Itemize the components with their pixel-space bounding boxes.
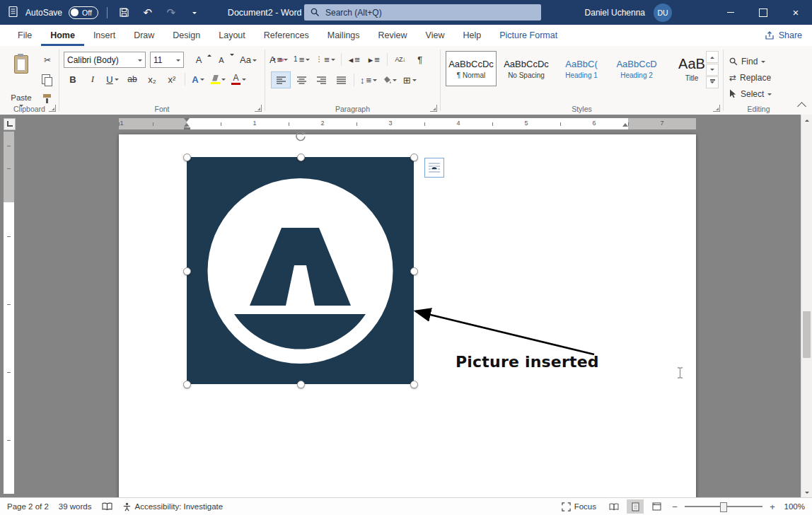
left-indent-marker[interactable]: [184, 127, 190, 129]
align-left-button[interactable]: [271, 71, 291, 88]
resize-handle-ne[interactable]: [410, 154, 418, 161]
cut-button[interactable]: ✂: [38, 52, 57, 68]
tab-draw[interactable]: Draw: [124, 25, 163, 46]
maximize-button[interactable]: [747, 0, 779, 25]
accessibility-status[interactable]: Accessibility: Investigate: [117, 498, 228, 515]
vertical-scrollbar[interactable]: [801, 115, 812, 498]
proofing-status[interactable]: [97, 498, 117, 515]
clipboard-dialog-launcher[interactable]: [49, 105, 56, 112]
scroll-down-button[interactable]: [801, 487, 812, 498]
close-button[interactable]: ×: [779, 0, 812, 25]
resize-handle-se[interactable]: [410, 381, 418, 388]
copy-button[interactable]: [38, 71, 57, 87]
layout-options-button[interactable]: [424, 158, 444, 178]
user-name[interactable]: Daniel Uchenna: [585, 8, 645, 18]
style-card-no-spacing[interactable]: AaBbCcDc No Spacing: [501, 51, 552, 86]
share-button[interactable]: Share: [765, 25, 802, 46]
shrink-font-button[interactable]: A: [212, 52, 231, 68]
right-indent-marker[interactable]: [622, 120, 628, 127]
styles-dialog-launcher[interactable]: [713, 105, 720, 112]
paragraph-dialog-launcher[interactable]: [430, 105, 437, 112]
font-size-combobox[interactable]: 11: [150, 52, 184, 68]
bold-button[interactable]: B: [64, 71, 82, 87]
tab-help[interactable]: Help: [453, 25, 490, 46]
font-family-combobox[interactable]: Calibri (Body): [64, 52, 146, 68]
text-effects-button[interactable]: A: [189, 71, 207, 87]
style-card-heading-1[interactable]: AaBbC( Heading 1: [556, 51, 607, 86]
numbering-button[interactable]: 1≡: [291, 52, 312, 67]
tab-view[interactable]: View: [417, 25, 454, 46]
tab-stop-selector[interactable]: [4, 118, 16, 130]
user-avatar[interactable]: DU: [654, 4, 672, 22]
subscript-button[interactable]: x₂: [143, 71, 161, 87]
resize-handle-n[interactable]: [297, 154, 305, 161]
resize-handle-nw[interactable]: [183, 154, 191, 161]
resize-handle-e[interactable]: [410, 267, 418, 275]
scroll-up-button[interactable]: [801, 115, 812, 125]
bullets-button[interactable]: •≡: [271, 52, 290, 67]
page-indicator[interactable]: Page 2 of 2: [0, 498, 54, 515]
zoom-level[interactable]: 100%: [782, 502, 805, 511]
autosave-toggle[interactable]: Off: [69, 6, 98, 19]
vertical-ruler[interactable]: [4, 132, 14, 494]
focus-mode-button[interactable]: Focus: [557, 498, 601, 515]
collapse-ribbon-button[interactable]: [797, 102, 806, 111]
line-spacing-button[interactable]: ↕≡: [358, 72, 379, 88]
sort-button[interactable]: AZ↓: [391, 52, 410, 67]
show-hide-paragraph-button[interactable]: ¶: [411, 52, 429, 67]
rotate-handle[interactable]: [294, 130, 307, 143]
format-painter-button[interactable]: [38, 91, 57, 106]
change-case-button[interactable]: Aa: [238, 52, 259, 68]
borders-button[interactable]: ⊞: [400, 72, 419, 88]
zoom-slider-thumb[interactable]: [720, 502, 727, 512]
scrollbar-thumb[interactable]: [803, 311, 811, 358]
tab-references[interactable]: References: [255, 25, 318, 46]
inserted-picture[interactable]: [187, 157, 414, 384]
shading-button[interactable]: [381, 72, 399, 88]
resize-handle-s[interactable]: [297, 381, 305, 388]
tab-file[interactable]: File: [8, 25, 41, 46]
strikethrough-button[interactable]: ab: [123, 71, 141, 87]
read-mode-button[interactable]: [605, 499, 622, 514]
undo-button[interactable]: ↶: [139, 4, 156, 22]
align-center-button[interactable]: [292, 72, 311, 88]
style-card-heading-2[interactable]: AaBbCcD Heading 2: [611, 51, 662, 86]
italic-button[interactable]: I: [83, 71, 102, 87]
tab-layout[interactable]: Layout: [209, 25, 255, 46]
zoom-out-button[interactable]: −: [669, 499, 680, 514]
tab-picture-format[interactable]: Picture Format: [490, 25, 567, 46]
zoom-slider[interactable]: [685, 506, 762, 507]
paste-button[interactable]: Paste: [4, 51, 38, 112]
web-layout-button[interactable]: [648, 499, 665, 514]
tab-mailings[interactable]: Mailings: [318, 25, 369, 46]
font-color-button[interactable]: A: [229, 71, 248, 87]
find-button[interactable]: Find: [729, 54, 765, 69]
tab-insert[interactable]: Insert: [84, 25, 124, 46]
horizontal-ruler[interactable]: 1 1 2 3 4 5 6 7: [119, 118, 696, 129]
search-box[interactable]: [304, 4, 541, 21]
hanging-indent-marker[interactable]: [184, 120, 190, 127]
styles-scroll-down-button[interactable]: [706, 64, 719, 76]
word-count[interactable]: 39 words: [54, 498, 97, 515]
superscript-button[interactable]: x²: [163, 71, 181, 87]
resize-handle-sw[interactable]: [183, 381, 191, 388]
increase-indent-button[interactable]: ▸≡: [365, 52, 383, 67]
underline-button[interactable]: U: [103, 71, 122, 87]
justify-button[interactable]: [332, 72, 350, 88]
resize-handle-w[interactable]: [183, 267, 191, 275]
styles-scroll-up-button[interactable]: [706, 51, 719, 63]
font-dialog-launcher[interactable]: [255, 105, 262, 112]
tab-home[interactable]: Home: [41, 25, 84, 46]
style-card-normal[interactable]: AaBbCcDc ¶ Normal: [446, 51, 497, 86]
styles-gallery-more-button[interactable]: [706, 76, 719, 88]
save-button[interactable]: [116, 4, 133, 22]
document-page[interactable]: Picture inserted: [119, 134, 696, 498]
minimize-button[interactable]: [714, 0, 747, 25]
decrease-indent-button[interactable]: ◂≡: [345, 52, 364, 67]
zoom-in-button[interactable]: +: [767, 499, 778, 514]
search-input[interactable]: [324, 7, 511, 18]
text-highlight-color-button[interactable]: [209, 71, 228, 87]
quick-access-customize-button[interactable]: [186, 4, 203, 22]
tab-design[interactable]: Design: [163, 25, 209, 46]
replace-button[interactable]: ⇄ Replace: [729, 70, 771, 85]
